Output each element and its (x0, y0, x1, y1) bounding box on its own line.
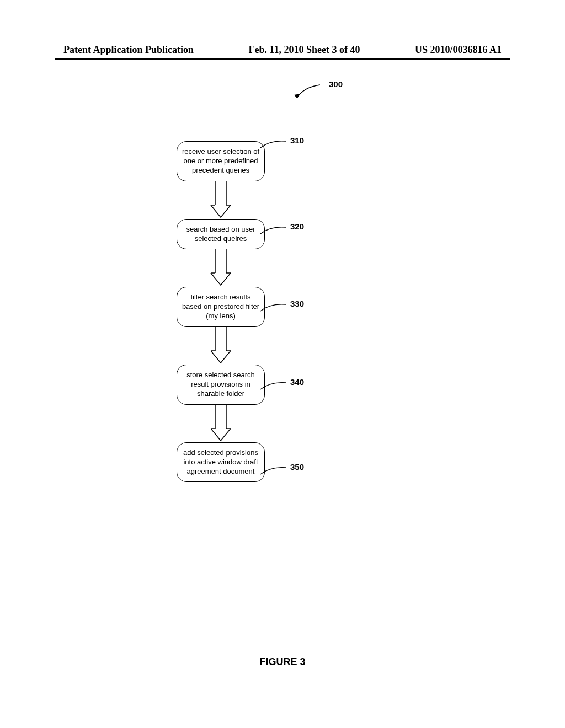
figure-caption: FIGURE 3 (0, 656, 565, 668)
ref-340: 340 (290, 377, 304, 387)
page-header: Patent Application Publication Feb. 11, … (0, 44, 565, 56)
step-330: filter search results based on prestored… (177, 287, 265, 327)
ref-310: 310 (290, 136, 304, 145)
ref-330: 330 (290, 299, 304, 308)
ref-320: 320 (290, 222, 304, 231)
arrow-icon (177, 249, 265, 287)
flowchart: receive user selection of one or more pr… (177, 141, 265, 482)
arrow-icon (177, 327, 265, 365)
step-text: search based on user selected queires (186, 225, 255, 243)
header-right: US 2010/0036816 A1 (415, 44, 502, 56)
svg-marker-0 (294, 94, 300, 98)
header-center: Feb. 11, 2010 Sheet 3 of 40 (249, 44, 360, 56)
step-text: receive user selection of one or more pr… (182, 147, 259, 174)
figure-lead-arrow (292, 82, 326, 104)
ref-350: 350 (290, 462, 304, 472)
step-text: store selected search result provisions … (186, 371, 255, 398)
lead-line-icon (259, 225, 287, 236)
step-340: store selected search result provisions … (177, 365, 265, 405)
lead-line-icon (259, 465, 287, 477)
lead-line-icon (259, 139, 287, 150)
step-text: filter search results based on prestored… (182, 293, 259, 320)
arrow-icon (177, 405, 265, 442)
lead-line-icon (259, 381, 287, 392)
step-text: add selected provisions into active wind… (183, 448, 258, 475)
step-350: add selected provisions into active wind… (177, 442, 265, 483)
lead-line-icon (259, 302, 287, 313)
header-rule (55, 58, 510, 60)
figure-ref-300: 300 (329, 79, 343, 89)
step-320: search based on user selected queires (177, 219, 265, 250)
arrow-icon (177, 181, 265, 219)
header-left: Patent Application Publication (63, 44, 194, 56)
step-310: receive user selection of one or more pr… (177, 141, 265, 181)
